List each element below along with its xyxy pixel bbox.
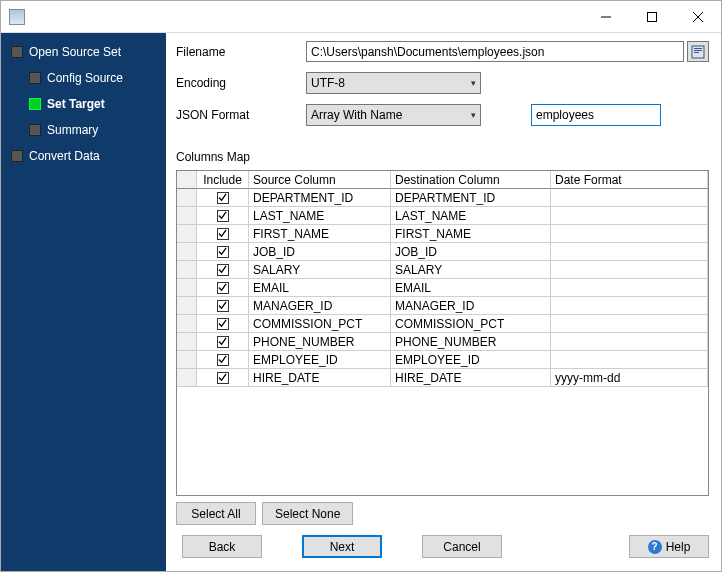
row-header[interactable] bbox=[177, 297, 197, 315]
table-row[interactable]: FIRST_NAMEFIRST_NAME bbox=[177, 225, 708, 243]
destination-column-cell[interactable]: DEPARTMENT_ID bbox=[391, 189, 551, 207]
include-checkbox[interactable] bbox=[217, 372, 229, 384]
include-checkbox[interactable] bbox=[217, 282, 229, 294]
include-cell[interactable] bbox=[197, 315, 249, 333]
source-column-cell[interactable]: HIRE_DATE bbox=[249, 369, 391, 387]
date-format-cell[interactable] bbox=[551, 351, 708, 369]
include-cell[interactable] bbox=[197, 225, 249, 243]
include-cell[interactable] bbox=[197, 279, 249, 297]
table-row[interactable]: HIRE_DATEHIRE_DATEyyyy-mm-dd bbox=[177, 369, 708, 387]
table-row[interactable]: JOB_IDJOB_ID bbox=[177, 243, 708, 261]
destination-column-cell[interactable]: LAST_NAME bbox=[391, 207, 551, 225]
include-checkbox[interactable] bbox=[217, 264, 229, 276]
include-cell[interactable] bbox=[197, 207, 249, 225]
help-button[interactable]: ? Help bbox=[629, 535, 709, 558]
date-format-cell[interactable] bbox=[551, 333, 708, 351]
destination-column-cell[interactable]: PHONE_NUMBER bbox=[391, 333, 551, 351]
row-header[interactable] bbox=[177, 189, 197, 207]
next-button[interactable]: Next bbox=[302, 535, 382, 558]
table-row[interactable]: MANAGER_IDMANAGER_ID bbox=[177, 297, 708, 315]
row-header[interactable] bbox=[177, 225, 197, 243]
cancel-button[interactable]: Cancel bbox=[422, 535, 502, 558]
include-checkbox[interactable] bbox=[217, 192, 229, 204]
sidebar-item-set-target[interactable]: Set Target bbox=[1, 91, 166, 117]
include-cell[interactable] bbox=[197, 189, 249, 207]
date-format-cell[interactable]: yyyy-mm-dd bbox=[551, 369, 708, 387]
date-format-cell[interactable] bbox=[551, 189, 708, 207]
destination-column-cell[interactable]: SALARY bbox=[391, 261, 551, 279]
include-checkbox[interactable] bbox=[217, 300, 229, 312]
source-column-cell[interactable]: PHONE_NUMBER bbox=[249, 333, 391, 351]
select-all-button[interactable]: Select All bbox=[176, 502, 256, 525]
date-format-cell[interactable] bbox=[551, 315, 708, 333]
table-row[interactable]: EMPLOYEE_IDEMPLOYEE_ID bbox=[177, 351, 708, 369]
close-button[interactable] bbox=[675, 1, 721, 32]
destination-column-cell[interactable]: EMPLOYEE_ID bbox=[391, 351, 551, 369]
row-header[interactable] bbox=[177, 207, 197, 225]
include-checkbox[interactable] bbox=[217, 354, 229, 366]
source-column-cell[interactable]: MANAGER_ID bbox=[249, 297, 391, 315]
destination-column-cell[interactable]: HIRE_DATE bbox=[391, 369, 551, 387]
table-row[interactable]: SALARYSALARY bbox=[177, 261, 708, 279]
table-row[interactable]: COMMISSION_PCTCOMMISSION_PCT bbox=[177, 315, 708, 333]
col-header-dest[interactable]: Destination Column bbox=[391, 171, 551, 189]
row-header[interactable] bbox=[177, 261, 197, 279]
row-header[interactable] bbox=[177, 333, 197, 351]
select-none-button[interactable]: Select None bbox=[262, 502, 353, 525]
source-column-cell[interactable]: DEPARTMENT_ID bbox=[249, 189, 391, 207]
source-column-cell[interactable]: LAST_NAME bbox=[249, 207, 391, 225]
table-row[interactable]: LAST_NAMELAST_NAME bbox=[177, 207, 708, 225]
include-checkbox[interactable] bbox=[217, 210, 229, 222]
destination-column-cell[interactable]: MANAGER_ID bbox=[391, 297, 551, 315]
destination-column-cell[interactable]: COMMISSION_PCT bbox=[391, 315, 551, 333]
sidebar-item-convert-data[interactable]: Convert Data bbox=[1, 143, 166, 169]
date-format-cell[interactable] bbox=[551, 261, 708, 279]
table-row[interactable]: EMAILEMAIL bbox=[177, 279, 708, 297]
sidebar-item-open-source-set[interactable]: Open Source Set bbox=[1, 39, 166, 65]
row-header[interactable] bbox=[177, 351, 197, 369]
browse-button[interactable] bbox=[687, 41, 709, 62]
include-checkbox[interactable] bbox=[217, 336, 229, 348]
minimize-button[interactable] bbox=[583, 1, 629, 32]
source-column-cell[interactable]: SALARY bbox=[249, 261, 391, 279]
sidebar-item-summary[interactable]: Summary bbox=[1, 117, 166, 143]
date-format-cell[interactable] bbox=[551, 207, 708, 225]
source-column-cell[interactable]: JOB_ID bbox=[249, 243, 391, 261]
table-row[interactable]: DEPARTMENT_IDDEPARTMENT_ID bbox=[177, 189, 708, 207]
row-header[interactable] bbox=[177, 315, 197, 333]
back-button[interactable]: Back bbox=[182, 535, 262, 558]
sidebar-item-config-source[interactable]: Config Source bbox=[1, 65, 166, 91]
filename-input[interactable] bbox=[306, 41, 684, 62]
include-checkbox[interactable] bbox=[217, 228, 229, 240]
array-name-input[interactable] bbox=[531, 104, 661, 126]
include-checkbox[interactable] bbox=[217, 246, 229, 258]
include-cell[interactable] bbox=[197, 243, 249, 261]
include-cell[interactable] bbox=[197, 369, 249, 387]
source-column-cell[interactable]: FIRST_NAME bbox=[249, 225, 391, 243]
date-format-cell[interactable] bbox=[551, 243, 708, 261]
source-column-cell[interactable]: COMMISSION_PCT bbox=[249, 315, 391, 333]
destination-column-cell[interactable]: FIRST_NAME bbox=[391, 225, 551, 243]
col-header-source[interactable]: Source Column bbox=[249, 171, 391, 189]
row-header[interactable] bbox=[177, 369, 197, 387]
date-format-cell[interactable] bbox=[551, 279, 708, 297]
maximize-button[interactable] bbox=[629, 1, 675, 32]
col-header-include[interactable]: Include bbox=[197, 171, 249, 189]
columns-map-grid[interactable]: Include Source Column Destination Column… bbox=[176, 170, 709, 496]
date-format-cell[interactable] bbox=[551, 225, 708, 243]
source-column-cell[interactable]: EMAIL bbox=[249, 279, 391, 297]
source-column-cell[interactable]: EMPLOYEE_ID bbox=[249, 351, 391, 369]
destination-column-cell[interactable]: EMAIL bbox=[391, 279, 551, 297]
table-row[interactable]: PHONE_NUMBERPHONE_NUMBER bbox=[177, 333, 708, 351]
include-checkbox[interactable] bbox=[217, 318, 229, 330]
destination-column-cell[interactable]: JOB_ID bbox=[391, 243, 551, 261]
include-cell[interactable] bbox=[197, 261, 249, 279]
include-cell[interactable] bbox=[197, 297, 249, 315]
col-header-format[interactable]: Date Format bbox=[551, 171, 708, 189]
include-cell[interactable] bbox=[197, 351, 249, 369]
include-cell[interactable] bbox=[197, 333, 249, 351]
encoding-select[interactable]: UTF-8 ▾ bbox=[306, 72, 481, 94]
row-header[interactable] bbox=[177, 279, 197, 297]
row-header[interactable] bbox=[177, 243, 197, 261]
json-format-select[interactable]: Array With Name ▾ bbox=[306, 104, 481, 126]
